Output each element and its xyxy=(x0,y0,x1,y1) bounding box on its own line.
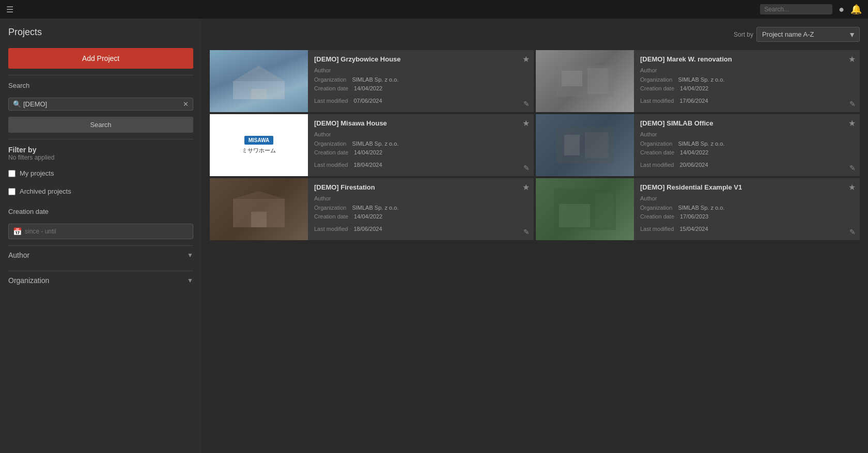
organization-dropdown-label: Organization xyxy=(8,276,49,285)
project-name-grzybowice: [DEMO] Grzybowice House xyxy=(314,55,528,63)
archived-projects-checkbox[interactable] xyxy=(8,188,16,195)
my-projects-label: My projects xyxy=(20,169,54,177)
svg-rect-7 xyxy=(564,135,580,155)
sidebar: Projects Add Project Search 🔍 ✕ Search F… xyxy=(0,19,202,453)
project-card-simlab[interactable]: [DEMO] SIMLAB Office Author Organization… xyxy=(536,114,860,176)
author-chevron-icon: ▼ xyxy=(187,252,193,259)
project-info-grzybowice: [DEMO] Grzybowice House Author Organizat… xyxy=(308,50,534,112)
add-project-button[interactable]: Add Project xyxy=(8,48,193,69)
project-info-residential: [DEMO] Residential Example V1 Author Org… xyxy=(634,178,860,240)
svg-marker-1 xyxy=(233,66,285,81)
topbar-left: ☰ xyxy=(6,5,13,14)
project-thumbnail-simlab xyxy=(536,114,634,176)
star-icon-marek[interactable]: ★ xyxy=(848,54,856,64)
author-dropdown[interactable]: Author ▼ xyxy=(8,245,193,264)
project-name-marek: [DEMO] Marek W. renovation xyxy=(640,55,854,63)
svg-rect-8 xyxy=(585,132,608,158)
svg-rect-14 xyxy=(595,194,613,227)
organization-chevron-icon: ▼ xyxy=(187,277,193,284)
date-placeholder: since - until xyxy=(25,228,56,235)
clear-icon[interactable]: ✕ xyxy=(183,100,189,108)
project-name-simlab: [DEMO] SIMLAB Office xyxy=(640,119,854,127)
topbar-search-input[interactable] xyxy=(760,4,832,14)
creation-date-label: Creation date xyxy=(8,208,193,215)
project-info-misawa: [DEMO] Misawa House Author Organization … xyxy=(308,114,534,176)
search-input-wrapper: 🔍 ✕ xyxy=(8,98,193,111)
divider-2 xyxy=(8,139,193,139)
filter-by-label: Filter by xyxy=(8,146,193,154)
star-icon-misawa[interactable]: ★ xyxy=(522,118,530,128)
project-info-firestation: [DEMO] Firestation Author Organization S… xyxy=(308,178,534,240)
svg-rect-2 xyxy=(251,89,267,99)
svg-marker-10 xyxy=(233,191,285,199)
project-card-residential[interactable]: [DEMO] Residential Example V1 Author Org… xyxy=(536,178,860,240)
project-name-misawa: [DEMO] Misawa House xyxy=(314,119,528,127)
calendar-icon: 📅 xyxy=(13,227,22,236)
filter-by-section: Filter by No filters applied xyxy=(8,146,193,161)
edit-icon-marek[interactable]: ✎ xyxy=(849,100,856,108)
project-meta-grzybowice: Author Organization SIMLAB Sp. z o.o. Cr… xyxy=(314,66,528,105)
star-icon-simlab[interactable]: ★ xyxy=(848,118,856,128)
project-meta-firestation: Author Organization SIMLAB Sp. z o.o. Cr… xyxy=(314,194,528,233)
project-info-marek: [DEMO] Marek W. renovation Author Organi… xyxy=(634,50,860,112)
project-name-residential: [DEMO] Residential Example V1 xyxy=(640,183,854,191)
project-thumbnail-misawa: MISAWA ミサワホーム xyxy=(210,114,308,176)
sort-dropdown[interactable]: Project name A-Z Project name Z-A Last m… xyxy=(756,27,860,42)
project-thumbnail-marek xyxy=(536,50,634,112)
star-icon-firestation[interactable]: ★ xyxy=(522,182,530,192)
topbar-right: ● 🔔 xyxy=(760,4,862,15)
project-thumbnail-firestation xyxy=(210,178,308,240)
sort-wrapper: Sort by Project name A-Z Project name Z-… xyxy=(734,27,860,42)
project-card-grzybowice[interactable]: [DEMO] Grzybowice House Author Organizat… xyxy=(210,50,534,112)
page-title: Projects xyxy=(8,27,193,38)
edit-icon-misawa[interactable]: ✎ xyxy=(523,164,530,172)
search-button[interactable]: Search xyxy=(8,117,193,133)
search-icon: 🔍 xyxy=(13,100,21,108)
edit-icon-grzybowice[interactable]: ✎ xyxy=(523,100,530,108)
project-thumbnail-grzybowice xyxy=(210,50,308,112)
date-input-row[interactable]: 📅 since - until xyxy=(8,224,193,239)
edit-icon-simlab[interactable]: ✎ xyxy=(849,164,856,172)
organization-dropdown[interactable]: Organization ▼ xyxy=(8,271,193,290)
no-filters-label: No filters applied xyxy=(8,154,193,161)
project-name-firestation: [DEMO] Firestation xyxy=(314,183,528,191)
sort-label: Sort by xyxy=(734,31,753,38)
archived-projects-label: Archived projects xyxy=(20,188,71,195)
archived-projects-filter[interactable]: Archived projects xyxy=(8,188,193,195)
project-card-firestation[interactable]: [DEMO] Firestation Author Organization S… xyxy=(210,178,534,240)
author-dropdown-label: Author xyxy=(8,251,29,259)
projects-grid: [DEMO] Grzybowice House Author Organizat… xyxy=(210,50,860,240)
edit-icon-residential[interactable]: ✎ xyxy=(849,228,856,236)
svg-rect-5 xyxy=(587,68,608,94)
project-info-simlab: [DEMO] SIMLAB Office Author Organization… xyxy=(634,114,860,176)
star-icon-residential[interactable]: ★ xyxy=(848,182,856,192)
my-projects-checkbox[interactable] xyxy=(8,170,16,177)
divider-1 xyxy=(8,75,193,75)
bell-icon[interactable]: 🔔 xyxy=(850,4,862,15)
project-meta-simlab: Author Organization SIMLAB Sp. z o.o. Cr… xyxy=(640,130,854,169)
main-layout: Projects Add Project Search 🔍 ✕ Search F… xyxy=(0,19,868,453)
my-projects-filter[interactable]: My projects xyxy=(8,169,193,177)
user-icon[interactable]: ● xyxy=(839,4,844,15)
content-area: Sort by Project name A-Z Project name Z-… xyxy=(202,19,868,453)
content-header: Sort by Project name A-Z Project name Z-… xyxy=(210,27,860,42)
project-card-misawa[interactable]: MISAWA ミサワホーム [DEMO] Misawa House Author… xyxy=(210,114,534,176)
search-input[interactable] xyxy=(21,100,183,108)
project-thumbnail-residential xyxy=(536,178,634,240)
search-section-label: Search xyxy=(8,82,193,89)
project-meta-residential: Author Organization SIMLAB Sp. z o.o. Cr… xyxy=(640,194,854,233)
topbar: ☰ ● 🔔 xyxy=(0,0,868,19)
svg-rect-11 xyxy=(251,212,267,227)
star-icon-grzybowice[interactable]: ★ xyxy=(522,54,530,64)
project-meta-misawa: Author Organization SIMLAB Sp. z o.o. Cr… xyxy=(314,130,528,169)
hamburger-icon[interactable]: ☰ xyxy=(6,5,13,14)
edit-icon-firestation[interactable]: ✎ xyxy=(523,228,530,236)
project-card-marek[interactable]: [DEMO] Marek W. renovation Author Organi… xyxy=(536,50,860,112)
project-meta-marek: Author Organization SIMLAB Sp. z o.o. Cr… xyxy=(640,66,854,105)
svg-rect-4 xyxy=(562,71,582,86)
svg-rect-13 xyxy=(559,204,590,227)
